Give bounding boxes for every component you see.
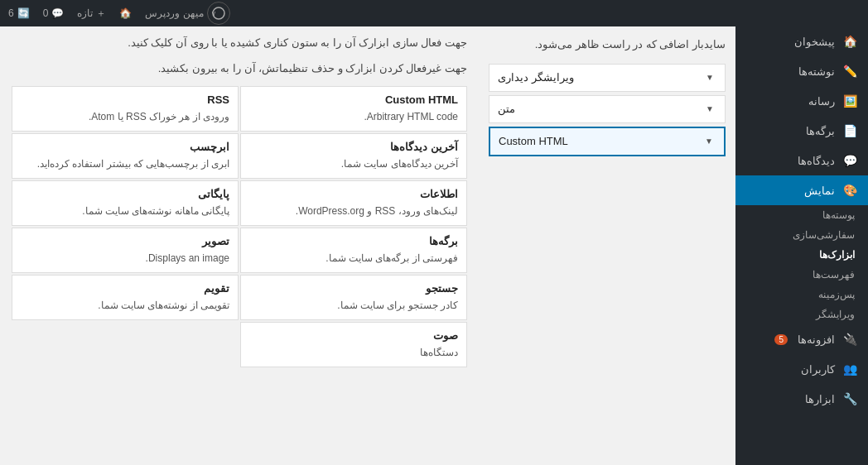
new-label: تازه xyxy=(77,7,93,19)
widget-card-recent-comments[interactable]: آخرین دیدگاه‌ها آخرین دیدگاه‌های سایت شم… xyxy=(240,133,467,179)
widget-text[interactable]: ▼ متن xyxy=(489,95,726,123)
widget-text-title: متن xyxy=(498,103,515,115)
home-icon: 🏠 xyxy=(119,7,132,19)
sidebar-label-pages: برگه‌ها xyxy=(806,125,835,137)
widget-card-tag-cloud-title: ابرچسب xyxy=(21,141,229,153)
sidebar-item-pages[interactable]: 📄 برگه‌ها xyxy=(735,116,868,146)
widget-card-search-desc: کادر جستجو برای سایت شما. xyxy=(249,298,458,313)
widget-card-custom-html-title: Custom HTML xyxy=(249,93,458,106)
sidebar-label-media: رسانه xyxy=(808,95,835,108)
widget-visual-editor-header[interactable]: ▼ ویرایشگر دیداری xyxy=(489,65,725,91)
sidebar: 🏠 پیشخوان ✏️ نوشته‌ها 🖼️ رسانه 📄 برگه‌ها… xyxy=(735,26,868,465)
widget-card-image[interactable]: تصویر Displays an image. xyxy=(12,228,239,273)
sidebar-item-plugins[interactable]: 🔌 افزونه‌ها 5 xyxy=(735,324,868,354)
widget-card-calendar[interactable]: پایگاتی پایگانی ماهانه نوشته‌های سایت شم… xyxy=(12,180,239,226)
sidebar-sub-editor[interactable]: ویرایشگر xyxy=(735,304,868,324)
widgets-panel: سایدبار اضافی که در راست ظاهر می‌شود. ▼ … xyxy=(479,26,735,465)
widget-text-header[interactable]: ▼ متن xyxy=(489,96,725,122)
widget-card-pages-title: برگه‌ها xyxy=(249,235,458,247)
widget-card-pages[interactable]: برگه‌ها فهرستی از برگه‌های سایت شما. xyxy=(240,228,467,273)
admin-bar-new[interactable]: ＋ تازه xyxy=(77,7,106,21)
widget-card-custom-html[interactable]: Custom HTML Arbitrary HTML code. xyxy=(240,86,467,132)
update-count: 6 xyxy=(8,7,14,19)
widget-visual-editor-title: ویرایشگر دیداری xyxy=(498,71,574,84)
posts-icon: ✏️ xyxy=(841,63,858,79)
wp-logo-icon: W xyxy=(207,2,230,25)
widget-visual-editor[interactable]: ▼ ویرایشگر دیداری xyxy=(489,64,726,92)
widget-card-tag-cloud[interactable]: ابرچسب ابری از برچسب‌هایی که بیشتر استفا… xyxy=(12,133,239,179)
site-name-label: میهن وردپرس xyxy=(145,7,203,19)
widget-card-audio-desc: دستگاه‌ها xyxy=(249,345,458,360)
comments-icon: 💬 xyxy=(841,152,858,169)
sidebar-item-dashboard[interactable]: 🏠 پیشخوان xyxy=(735,26,868,56)
widget-card-event-calendar-desc: تقویمی از نوشته‌های سایت شما. xyxy=(21,298,229,313)
sidebar-item-tools[interactable]: 🔧 ابزارها xyxy=(735,384,868,414)
admin-bar-comments[interactable]: 💬 0 xyxy=(43,7,65,19)
available-desc-1: جهت فعال سازی ابزارک آن را به ستون کناری… xyxy=(12,35,467,52)
widget-custom-html[interactable]: ▼ Custom HTML xyxy=(489,127,726,156)
widget-card-event-calendar-title: تقویم xyxy=(21,282,229,295)
widget-card-calendar-title: پایگاتی xyxy=(21,188,229,200)
widget-card-recent-comments-title: آخرین دیدگاه‌ها xyxy=(249,141,458,153)
update-icon: 🔄 xyxy=(17,7,30,19)
sidebar-sub-widgets[interactable]: ابزارک‌ها xyxy=(735,245,868,265)
sidebar-label-comments: دیدگاه‌ها xyxy=(798,155,835,167)
svg-text:W: W xyxy=(212,10,215,17)
widget-card-tag-cloud-desc: ابری از برچسب‌هایی که بیشتر استفاده کرده… xyxy=(21,156,229,171)
sidebar-label-dashboard: پیشخوان xyxy=(794,36,835,48)
available-widgets-panel: جهت فعال سازی ابزارک آن را به ستون کناری… xyxy=(0,26,479,465)
widget-card-rss[interactable]: RSS ورودی از هر خوراک RSS یا Atom. xyxy=(12,86,239,132)
widget-card-pages-desc: فهرستی از برگه‌های سایت شما. xyxy=(249,251,458,266)
sidebar-sub-menus[interactable]: فهرست‌ها xyxy=(735,265,868,285)
tools-icon: 🔧 xyxy=(841,391,858,407)
widget-card-audio[interactable]: صوت دستگاه‌ها xyxy=(240,322,467,367)
widget-card-meta-desc: لینک‌های ورود، RSS و WordPress.org. xyxy=(249,204,458,218)
widget-card-image-title: تصویر xyxy=(21,235,229,247)
widget-card-image-desc: Displays an image. xyxy=(21,251,229,266)
widget-visual-editor-arrow-icon: ▼ xyxy=(703,71,716,84)
widget-custom-html-header[interactable]: ▼ Custom HTML xyxy=(490,128,724,155)
widget-card-recent-comments-desc: آخرین دیدگاه‌های سایت شما. xyxy=(249,156,458,171)
widget-card-search-title: جستجو xyxy=(249,282,458,295)
sidebar-sub-themes[interactable]: پوسته‌ها xyxy=(735,205,868,225)
widget-card-event-calendar[interactable]: تقویم تقویمی از نوشته‌های سایت شما. xyxy=(12,275,239,320)
comment-count: 0 xyxy=(43,7,49,19)
sidebar-item-comments[interactable]: 💬 دیدگاه‌ها xyxy=(735,146,868,175)
sidebar-sub-customize[interactable]: سفارشی‌سازی xyxy=(735,225,868,245)
widget-grid: Custom HTML Arbitrary HTML code. RSS ورو… xyxy=(12,86,467,367)
admin-bar-updates[interactable]: 🔄 6 xyxy=(8,7,30,19)
widget-custom-html-title: Custom HTML xyxy=(499,135,568,147)
widget-card-search[interactable]: جستجو کادر جستجو برای سایت شما. xyxy=(240,275,467,320)
widget-text-arrow-icon: ▼ xyxy=(703,103,716,116)
media-icon: 🖼️ xyxy=(841,93,858,109)
sidebar-label-plugins: افزونه‌ها xyxy=(798,333,835,346)
sidebar-item-posts[interactable]: ✏️ نوشته‌ها xyxy=(735,56,868,86)
sidebar-label-tools: ابزارها xyxy=(805,393,835,405)
widget-card-calendar-desc: پایگانی ماهانه نوشته‌های سایت شما. xyxy=(21,204,229,218)
widget-card-rss-desc: ورودی از هر خوراک RSS یا Atom. xyxy=(21,109,229,124)
admin-bar: W میهن وردپرس 🏠 ＋ تازه 💬 0 🔄 6 xyxy=(0,0,868,26)
admin-bar-site[interactable]: W میهن وردپرس xyxy=(145,2,229,25)
plugins-badge: 5 xyxy=(774,334,788,345)
sidebar-item-users[interactable]: 👥 کاربران xyxy=(735,354,868,384)
sidebar-sub-background[interactable]: پس‌زمینه xyxy=(735,285,868,304)
admin-bar-home[interactable]: 🏠 xyxy=(119,7,132,19)
pages-icon: 📄 xyxy=(841,122,858,139)
widget-card-meta[interactable]: اطلاعات لینک‌های ورود، RSS و WordPress.o… xyxy=(240,180,467,226)
available-desc-2: جهت غیرفعال کردن ابزارک و حذف تنظیماتش، … xyxy=(12,60,467,78)
sidebar-item-media[interactable]: 🖼️ رسانه xyxy=(735,86,868,116)
panel-description: سایدبار اضافی که در راست ظاهر می‌شود. xyxy=(489,36,726,54)
dashboard-icon: 🏠 xyxy=(841,33,858,50)
widget-card-meta-title: اطلاعات xyxy=(249,188,458,200)
widget-custom-html-arrow-icon: ▼ xyxy=(702,135,716,148)
widget-card-audio-title: صوت xyxy=(249,329,458,342)
plus-icon: ＋ xyxy=(96,7,106,21)
widget-card-rss-title: RSS xyxy=(21,93,229,106)
page-wrapper: 🏠 پیشخوان ✏️ نوشته‌ها 🖼️ رسانه 📄 برگه‌ها… xyxy=(0,26,868,465)
main-content: سایدبار اضافی که در راست ظاهر می‌شود. ▼ … xyxy=(0,26,735,465)
users-icon: 👥 xyxy=(841,361,858,377)
sidebar-label-appearance: نمایش xyxy=(804,185,835,197)
widget-card-custom-html-desc: Arbitrary HTML code. xyxy=(249,109,458,124)
sidebar-label-users: کاربران xyxy=(801,363,835,376)
sidebar-item-appearance[interactable]: 🎨 نمایش xyxy=(735,175,868,205)
